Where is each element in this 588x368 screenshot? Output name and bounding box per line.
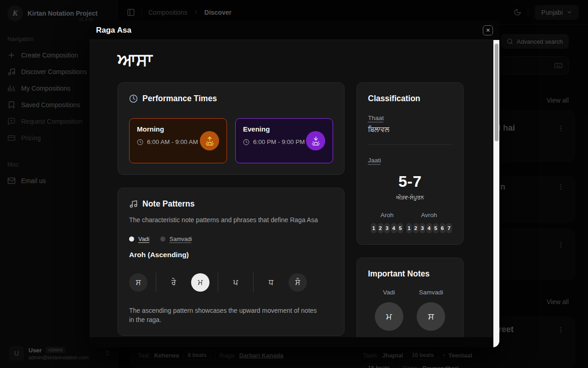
- avroh-count-pills: 1 2 3 4 5 6 7: [406, 223, 452, 233]
- clock-icon: [137, 139, 143, 145]
- count-pill: 1: [406, 223, 412, 233]
- classification-card: Classification Thaat ਬਿਲਾਵਲ Jaati 5-7 ਔੜ…: [356, 82, 464, 245]
- important-notes-card: Important Notes Vadi ਮ Samvadi ਸ: [356, 258, 464, 342]
- note-ma-vadi[interactable]: ਮ: [191, 273, 209, 292]
- performance-times-heading: Performance Times: [142, 94, 217, 104]
- morning-time-slot[interactable]: Morning 6:00 AM - 9:00 AM: [129, 118, 227, 163]
- vadi-legend-toggle[interactable]: Vadi: [129, 236, 149, 242]
- music-note-icon: [129, 200, 138, 208]
- avroh-count-label: Avroh: [406, 212, 452, 218]
- vadi-swatch: [129, 236, 134, 242]
- aroh-count-pills: 1 2 3 4 5: [368, 223, 406, 233]
- modal-header: Raga Asa: [90, 21, 499, 40]
- aroh-count-column: Aroh 1 2 3 4 5: [368, 212, 406, 233]
- count-pill: 3: [384, 223, 390, 233]
- note-divider: [218, 273, 218, 292]
- sunrise-icon: [200, 131, 219, 150]
- modal-scrollbar[interactable]: [493, 40, 499, 347]
- slot-time-range: 6:00 PM - 9:00 PM: [253, 138, 305, 147]
- count-pill: 5: [433, 223, 439, 233]
- classification-divider: [368, 144, 452, 145]
- note-patterns-description: The characteristic note patterns and phr…: [129, 215, 333, 224]
- samvadi-label: Samvadi: [419, 289, 443, 296]
- note-dha[interactable]: ਧ: [262, 273, 280, 292]
- jaati-name-gurmukhi: ਔੜਵ-ਸੰਪੂਰਨ: [368, 194, 452, 201]
- note-re[interactable]: ਰੇ: [164, 273, 183, 292]
- raga-detail-modal: Raga Asa ਆਸਾ Performance Times Morning: [90, 21, 499, 347]
- classification-heading: Classification: [368, 94, 420, 104]
- note-divider: [156, 273, 156, 292]
- avroh-count-column: Avroh 1 2 3 4 5 6 7: [406, 212, 452, 233]
- jaati-label: Jaati: [368, 157, 381, 164]
- count-pill: 3: [419, 223, 425, 233]
- modal-title: Raga Asa: [96, 26, 131, 35]
- note-sa[interactable]: ਸ: [129, 273, 147, 292]
- modal-left-column: Performance Times Morning 6:00 AM - 9:00…: [118, 82, 345, 342]
- slot-time-range: 6:00 AM - 9:00 AM: [147, 138, 198, 147]
- raga-name-gurmukhi: ਆਸਾ: [118, 49, 464, 70]
- evening-time-slot[interactable]: Evening 6:00 PM - 9:00 PM: [235, 118, 333, 163]
- close-icon[interactable]: [483, 25, 493, 35]
- scrollbar-thumb[interactable]: [495, 44, 498, 141]
- modal-footer: [90, 337, 493, 347]
- aroh-heading: Aroh (Ascending): [129, 251, 333, 259]
- count-pill: 2: [413, 223, 419, 233]
- samvadi-legend-toggle[interactable]: Samvadi: [160, 236, 192, 242]
- thaat-label: Thaat: [368, 115, 384, 121]
- note-patterns-card: Note Patterns The characteristic note pa…: [118, 188, 345, 336]
- samvadi-swatch: [160, 236, 165, 242]
- note-legend: Vadi Samvadi: [129, 236, 333, 242]
- modal-right-column: Classification Thaat ਬਿਲਾਵਲ Jaati 5-7 ਔੜ…: [356, 82, 464, 342]
- clock-icon: [129, 94, 138, 103]
- note-patterns-heading: Note Patterns: [142, 199, 195, 209]
- app-root: K Kirtan Notation Project v1.3.31 Naviga…: [0, 0, 588, 368]
- note-sa-high[interactable]: ਸੰ: [288, 273, 307, 292]
- samvadi-legend-label: Samvadi: [170, 236, 192, 242]
- samvadi-column: Samvadi ਸ: [410, 289, 452, 331]
- vadi-note: ਮ: [375, 302, 403, 331]
- sunset-icon: [306, 131, 325, 150]
- important-notes-heading: Important Notes: [368, 269, 430, 279]
- modal-body: ਆਸਾ Performance Times Morning: [90, 40, 493, 347]
- clock-icon: [243, 139, 249, 145]
- aroh-description: The ascending pattern showcases the upwa…: [129, 306, 317, 325]
- count-pill: 1: [371, 223, 377, 233]
- performance-times-card: Performance Times Morning 6:00 AM - 9:00…: [118, 82, 345, 175]
- count-pill: 5: [397, 223, 403, 233]
- jaati-value: 5-7: [368, 172, 452, 190]
- count-pill: 2: [378, 223, 384, 233]
- aroh-notes-row: ਸ ਰੇ ਮ ਪ ਧ ਸੰ: [129, 273, 333, 292]
- vadi-label: Vadi: [383, 289, 395, 296]
- count-pill: 7: [446, 223, 452, 233]
- thaat-value: ਬਿਲਾਵਲ: [368, 126, 452, 133]
- samvadi-note: ਸ: [417, 302, 445, 331]
- count-pill: 4: [426, 223, 432, 233]
- count-pill: 6: [440, 223, 446, 233]
- note-divider: [253, 273, 254, 292]
- aroh-count-label: Aroh: [368, 212, 406, 218]
- vadi-legend-label: Vadi: [138, 236, 149, 242]
- note-pa[interactable]: ਪ: [226, 273, 245, 292]
- vadi-column: Vadi ਮ: [368, 289, 410, 331]
- count-pill: 4: [391, 223, 397, 233]
